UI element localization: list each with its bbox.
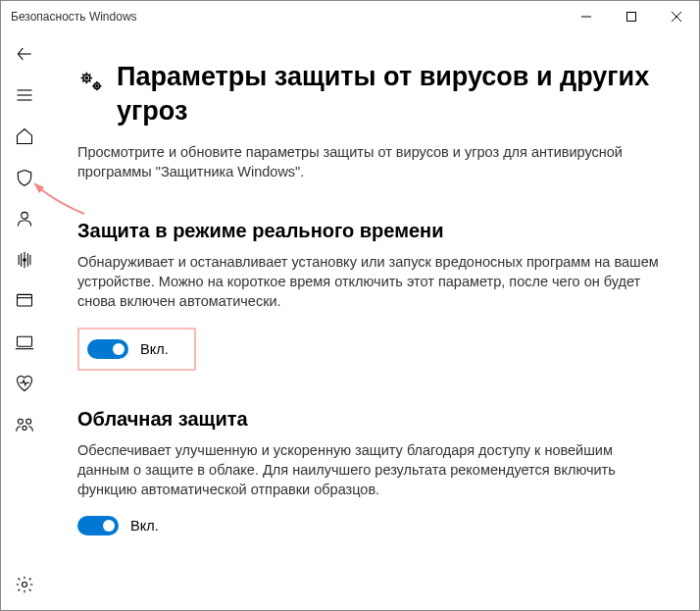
back-icon[interactable] [15,44,34,64]
svg-point-15 [26,419,31,424]
realtime-toggle[interactable] [87,339,128,359]
gears-icon [77,68,105,99]
page-description: Просмотрите и обновите параметры защиты … [77,142,660,182]
cloud-toggle-label: Вкл. [130,518,159,534]
window-title: Безопасность Windows [11,10,564,24]
cloud-toggle[interactable] [77,516,119,535]
toggle-knob [103,520,115,532]
home-icon[interactable] [15,127,34,146]
cloud-toggle-row: Вкл. [77,516,660,535]
sidebar [1,32,48,610]
window-body: Параметры защиты от вирусов и других угр… [1,32,699,610]
window: Безопасность Windows [0,0,700,611]
section-realtime-title: Защита в режиме реального времени [77,220,660,242]
minimize-button[interactable] [564,1,609,32]
account-icon[interactable] [15,209,34,229]
svg-rect-10 [18,294,32,306]
close-button[interactable] [654,1,699,32]
svg-rect-12 [18,336,32,346]
svg-point-8 [22,212,28,219]
svg-point-19 [85,76,87,78]
maximize-button[interactable] [609,1,654,32]
realtime-toggle-label: Вкл. [140,341,169,357]
content: Параметры защиты от вирусов и других угр… [48,32,699,610]
svg-point-20 [94,83,100,89]
svg-rect-1 [627,13,636,22]
section-realtime: Защита в режиме реального времени Обнару… [77,220,660,371]
device-security-icon[interactable] [15,332,34,352]
settings-icon[interactable] [15,575,34,594]
svg-point-17 [23,583,27,587]
page-header: Параметры защиты от вирусов и других угр… [77,60,660,128]
family-icon[interactable] [15,415,34,434]
realtime-toggle-row: Вкл. [77,328,660,371]
section-cloud-title: Облачная защита [77,408,660,431]
svg-point-16 [23,426,26,430]
app-browser-icon[interactable] [15,291,34,311]
section-cloud: Облачная защита Обеспечивает улучшенную … [77,408,660,535]
shield-icon[interactable] [15,168,34,187]
device-health-icon[interactable] [15,374,34,393]
svg-point-14 [18,419,23,424]
firewall-icon[interactable] [15,250,34,270]
annotation-highlight: Вкл. [77,328,196,371]
page-title: Параметры защиты от вирусов и других угр… [117,60,660,128]
menu-icon[interactable] [15,85,34,105]
svg-point-21 [96,85,98,87]
toggle-knob [113,343,125,355]
titlebar: Безопасность Windows [1,1,699,32]
section-cloud-desc: Обеспечивает улучшенную и ускоренную защ… [77,440,660,500]
section-realtime-desc: Обнаруживает и останавливает установку и… [77,252,660,312]
window-controls [564,1,699,32]
